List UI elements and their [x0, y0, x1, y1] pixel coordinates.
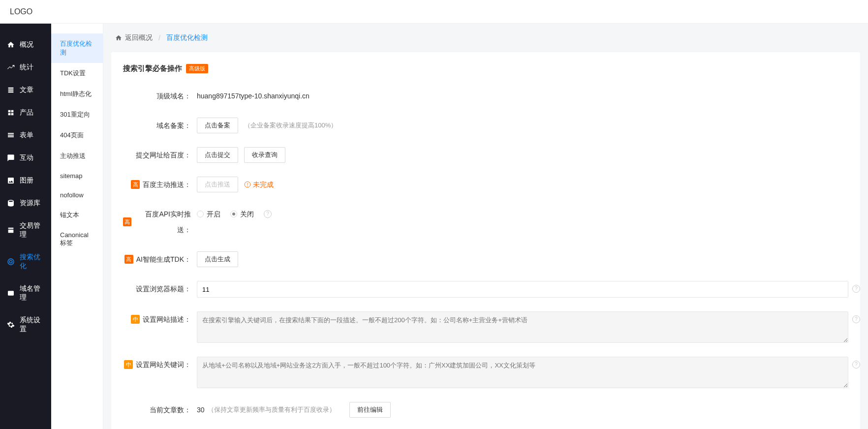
sub-404[interactable]: 404页面: [51, 125, 103, 146]
radio-open[interactable]: 开启: [197, 206, 220, 222]
grid-icon: [7, 109, 15, 117]
help-icon[interactable]: ?: [852, 315, 860, 323]
logo: LOGO: [10, 7, 32, 16]
svg-rect-2: [8, 291, 14, 295]
sub-push[interactable]: 主动推送: [51, 146, 103, 166]
label-desc: 设置网站描述：: [143, 311, 191, 327]
sub-canonical[interactable]: Canonical标签: [51, 225, 103, 253]
panel-title-row: 搜索引擎必备操作 高级版: [123, 64, 848, 73]
breadcrumb-back[interactable]: 返回概况: [115, 33, 153, 42]
row-tdk: 高 AI智能生成TDK： 点击生成: [123, 251, 848, 267]
desc-textarea[interactable]: [197, 311, 848, 343]
nav-label: 系统设置: [20, 316, 44, 334]
row-title: 设置浏览器标题： ?: [123, 281, 848, 298]
nav-settings[interactable]: 系统设置: [0, 309, 51, 340]
warning-icon: [244, 181, 251, 188]
label-push: 百度主动推送：: [143, 177, 191, 192]
row-keywords: 中 设置网站关键词： ?: [123, 357, 848, 388]
breadcrumb-sep: /: [158, 34, 160, 42]
priority-mid-tag: 中: [131, 315, 140, 324]
home-icon: [115, 34, 122, 41]
article-hint: （保持文章更新频率与质量有利于百度收录）: [208, 402, 336, 418]
nav-label: 统计: [20, 63, 33, 72]
home-icon: [7, 41, 15, 49]
nav-seo[interactable]: 搜索优化: [0, 246, 51, 277]
api-radio-group: 开启 关闭 ?: [197, 206, 272, 222]
sidebar-secondary: 百度优化检测 TDK设置 html静态化 301重定向 404页面 主动推送 s…: [51, 24, 103, 429]
form-icon: [7, 131, 15, 139]
row-articles: 当前文章数： 30 （保持文章更新频率与质量有利于百度收录） 前往编辑: [123, 402, 848, 418]
nav-label: 搜索优化: [20, 253, 44, 271]
panel: 搜索引擎必备操作 高级版 顶级域名： huang897157type-10.sh…: [111, 52, 860, 429]
nav-label: 产品: [20, 108, 33, 117]
trade-icon: [7, 226, 15, 234]
sub-301[interactable]: 301重定向: [51, 104, 103, 125]
title-input[interactable]: [197, 281, 848, 298]
push-button[interactable]: 点击推送: [197, 177, 238, 192]
nav-product[interactable]: 产品: [0, 101, 51, 124]
nav-interact[interactable]: 互动: [0, 147, 51, 169]
label-beian: 域名备案：: [123, 118, 197, 133]
nav-trade[interactable]: 交易管理: [0, 214, 51, 246]
push-status-text: 未完成: [253, 177, 274, 192]
sub-html-static[interactable]: html静态化: [51, 84, 103, 104]
nav-form[interactable]: 表单: [0, 124, 51, 147]
label-articles: 当前文章数：: [123, 402, 197, 418]
beian-hint: （企业备案收录速度提高100%）: [244, 118, 337, 133]
index-query-button[interactable]: 收录查询: [244, 147, 285, 163]
nav-gallery[interactable]: 图册: [0, 169, 51, 192]
keywords-textarea[interactable]: [197, 357, 848, 388]
nav-overview[interactable]: 概况: [0, 33, 51, 56]
row-beian: 域名备案： 点击备案 （企业备案收录速度提高100%）: [123, 118, 848, 133]
label-submit: 提交网址给百度：: [123, 147, 197, 163]
nav-article[interactable]: 文章: [0, 79, 51, 101]
beian-button[interactable]: 点击备案: [197, 118, 238, 133]
priority-high-tag: 高: [124, 255, 133, 264]
nav-domain[interactable]: 域名管理: [0, 277, 51, 309]
priority-mid-tag: 中: [124, 360, 133, 369]
label-api: 百度API实时推送：: [134, 206, 191, 238]
sub-anchor[interactable]: 锚文本: [51, 205, 103, 225]
db-icon: [7, 199, 15, 207]
nav-label: 资源库: [20, 199, 40, 208]
sub-tdk[interactable]: TDK设置: [51, 63, 103, 84]
sub-nofollow[interactable]: nofollow: [51, 185, 103, 205]
domain-icon: [7, 289, 15, 297]
label-keywords: 设置网站关键词：: [136, 357, 191, 372]
svg-point-1: [9, 260, 12, 263]
article-count: 30: [197, 402, 205, 418]
tdk-generate-button[interactable]: 点击生成: [197, 251, 238, 267]
gear-icon: [7, 321, 15, 329]
value-domain: huang897157type-10.shanxiyunqi.cn: [197, 88, 310, 104]
row-push: 高 百度主动推送： 点击推送 未完成: [123, 177, 848, 192]
svg-point-0: [8, 259, 14, 265]
row-desc: 中 设置网站描述： ?: [123, 311, 848, 343]
sub-baidu-check[interactable]: 百度优化检测: [51, 33, 103, 63]
radio-icon: [197, 211, 204, 217]
help-icon[interactable]: ?: [852, 285, 860, 293]
main-content: 返回概况 / 百度优化检测 搜索引擎必备操作 高级版 顶级域名： huang89…: [103, 24, 868, 429]
row-api: 高 百度API实时推送： 开启 关闭 ?: [123, 206, 848, 238]
push-status: 未完成: [244, 177, 274, 192]
submit-button[interactable]: 点击提交: [197, 147, 238, 163]
breadcrumb-back-label: 返回概况: [125, 33, 153, 42]
help-icon[interactable]: ?: [852, 361, 860, 368]
row-submit: 提交网址给百度： 点击提交 收录查询: [123, 147, 848, 163]
nav-resource[interactable]: 资源库: [0, 192, 51, 214]
nav-stats[interactable]: 统计: [0, 56, 51, 79]
panel-title: 搜索引擎必备操作: [123, 64, 182, 73]
help-icon[interactable]: ?: [264, 210, 272, 218]
nav-label: 域名管理: [20, 284, 44, 302]
radio-close[interactable]: 关闭: [230, 206, 254, 222]
sidebar-primary: 概况 统计 文章 产品 表单 互动 图册 资源库: [0, 24, 51, 429]
edit-article-button[interactable]: 前往编辑: [349, 402, 391, 418]
nav-label: 互动: [20, 153, 33, 162]
sub-sitemap[interactable]: sitemap: [51, 166, 103, 185]
doc-icon: [7, 86, 15, 94]
priority-high-tag: 高: [131, 180, 140, 189]
label-title: 设置浏览器标题：: [123, 281, 197, 297]
label-domain: 顶级域名：: [123, 88, 197, 104]
nav-label: 文章: [20, 86, 33, 94]
priority-high-tag: 高: [123, 217, 131, 226]
label-tdk: AI智能生成TDK：: [136, 251, 191, 267]
